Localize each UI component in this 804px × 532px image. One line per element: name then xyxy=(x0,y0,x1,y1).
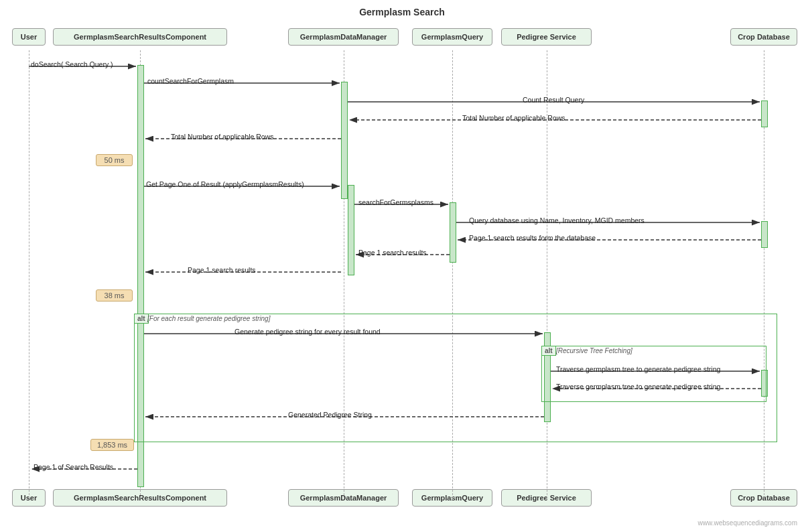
msg-totalRows-cd-gdm: Total Number of applicable Rows xyxy=(462,114,565,122)
msg-page1-gq-gdm: Page 1 search results xyxy=(358,249,427,257)
msg-countSearch: countSearchForGermplasm xyxy=(147,77,234,85)
timing-1853ms: 1,853 ms xyxy=(90,439,134,451)
lifeline-gsrc-top: GermplasmSearchResultsComponent xyxy=(53,28,227,46)
arrows-svg xyxy=(0,0,804,532)
activation-cd-2 xyxy=(761,221,768,248)
msg-doSearch: doSearch( Search Query ) xyxy=(31,60,113,68)
msg-page1-gdm-gsrc: Page 1 search results xyxy=(188,266,256,274)
lifeline-cd-top: Crop Database xyxy=(730,28,797,46)
diagram-title: Germplasm Search xyxy=(0,0,804,17)
lifeline-ps-top: Pedigree Service xyxy=(501,28,592,46)
msg-countResultQuery: Count Result Query xyxy=(523,96,584,104)
activation-gdm-1 xyxy=(341,82,348,199)
alt-tag-1: alt xyxy=(134,314,149,324)
activation-gq xyxy=(450,202,456,263)
msg-queryDb: Query database using Name, Inventory, MG… xyxy=(469,216,645,224)
alt-condition-1: [For each result generate pedigree strin… xyxy=(147,315,270,322)
alt-tag-2: alt xyxy=(541,346,556,356)
diagram-container: Germplasm Search User GermplasmSearchRes… xyxy=(0,0,804,532)
timing-50ms: 50 ms xyxy=(96,154,133,166)
msg-searchForGermplasms: searchForGermsplasms xyxy=(358,198,433,206)
msg-genPedigree: Generate pedigree string for every resul… xyxy=(234,328,381,336)
timing-38ms: 38 ms xyxy=(96,289,133,302)
lifeline-user-top: User xyxy=(12,28,46,46)
lifeline-line-user xyxy=(29,50,29,498)
msg-totalRows-gdm-gsrc: Total Number of applicable Rows xyxy=(171,133,274,141)
msg-traverse1: Traverse germplasm tree to generate pedi… xyxy=(556,365,720,373)
msg-traverse2: Traverse germplasm tree to generate pedi… xyxy=(556,383,720,391)
msg-genPedigreeStr: Generated Pedigree String xyxy=(288,411,372,419)
lifeline-gq-top: GermplasmQuery xyxy=(412,28,492,46)
alt-condition-2: [Recursive Tree Fetching] xyxy=(556,347,632,354)
activation-gdm-2 xyxy=(348,185,354,275)
lifeline-gdm-top: GermplasmDataManager xyxy=(288,28,399,46)
activation-cd-1 xyxy=(761,101,768,127)
watermark: www.websequencediagrams.com xyxy=(698,519,797,527)
msg-page1results: Page 1 of Search Results xyxy=(34,463,113,471)
msg-page1-db: Page 1 search results form the database xyxy=(469,234,596,242)
msg-getPage: Get Page One of Result (applyGermplasmRe… xyxy=(146,180,304,188)
